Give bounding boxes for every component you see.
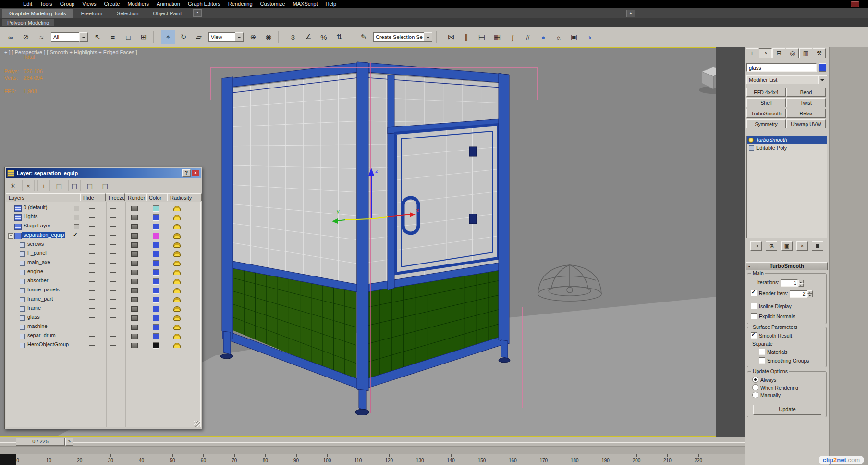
freeze-toggle[interactable] [110, 281, 116, 282]
radiosity-icon[interactable] [173, 215, 181, 220]
rollout-collapse-icon[interactable] [748, 263, 750, 270]
render-production-icon[interactable]: ◑ [582, 30, 597, 44]
render-toggle-icon[interactable] [131, 306, 138, 312]
stack-item-turbosmooth[interactable]: TurboSmooth [747, 136, 827, 144]
ribbon-minimize-icon[interactable]: ▴ [626, 10, 635, 17]
freeze-toggle[interactable] [110, 263, 116, 264]
render-toggle-icon[interactable] [131, 270, 138, 275]
column-header-radiosity[interactable]: Radiosity [167, 193, 202, 201]
render-toggle-icon[interactable] [131, 251, 138, 257]
make-unique-icon[interactable]: ▣ [781, 241, 793, 251]
render-iters-checkbox[interactable] [751, 290, 757, 296]
object-name[interactable]: main_axe [26, 259, 52, 265]
ribbon-tab-freeform[interactable]: Freeform [74, 9, 109, 18]
menu-group[interactable]: Group [56, 0, 79, 8]
graphite-ribbon-toggle-icon[interactable]: ▦ [490, 30, 504, 44]
freeze-toggle[interactable] [110, 217, 116, 218]
column-header-color[interactable]: Color [146, 193, 167, 201]
radiosity-icon[interactable] [173, 224, 181, 229]
object-name[interactable]: machine [26, 323, 49, 329]
add-selected-to-layer-icon[interactable]: + [37, 180, 50, 191]
hide-toggle[interactable] [89, 317, 95, 318]
render-toggle-icon[interactable] [131, 279, 138, 284]
editable-poly-icon[interactable] [749, 145, 754, 151]
radiosity-icon[interactable] [173, 334, 181, 339]
align-icon[interactable]: ∥ [459, 30, 474, 44]
ribbon-tab-selection[interactable]: Selection [110, 9, 145, 18]
layer-color-swatch[interactable] [153, 306, 159, 312]
infocenter-icon[interactable] [851, 1, 859, 7]
select-objects-in-layer-icon[interactable]: ▤ [53, 180, 65, 191]
time-slider-track[interactable] [0, 441, 745, 443]
layer-color-swatch[interactable] [153, 269, 159, 276]
ffd-4x4x4-button[interactable]: FFD 4x4x4 [746, 88, 786, 97]
layer-color-swatch[interactable] [153, 251, 159, 257]
chevron-down-icon[interactable] [235, 32, 244, 42]
set-current-layer-icon[interactable]: ▤ [68, 180, 81, 191]
chevron-down-icon[interactable] [818, 75, 827, 84]
update-button[interactable]: Update [753, 405, 821, 415]
utilities-tab[interactable]: ⚒ [813, 48, 826, 58]
hierarchy-tab[interactable]: ⊟ [772, 48, 785, 58]
layer-color-swatch[interactable] [153, 205, 159, 212]
current-layer-box[interactable] [74, 224, 79, 229]
hide-toggle[interactable] [89, 244, 95, 245]
hide-toggle[interactable] [89, 253, 95, 254]
named-selection-sets-dropdown[interactable]: Create Selection Se [373, 32, 432, 42]
hide-toggle[interactable] [89, 281, 95, 282]
render-toggle-icon[interactable] [131, 297, 138, 302]
layer-name[interactable]: StageLayer [22, 223, 52, 228]
render-toggle-icon[interactable] [131, 242, 138, 248]
hide-toggle[interactable] [89, 226, 95, 227]
object-name[interactable]: frame_panels [26, 287, 61, 292]
timeline-ruler[interactable]: 0102030405060708090100110120130140150160… [0, 454, 745, 465]
show-end-result-icon[interactable]: ⚗ [766, 241, 777, 251]
radiosity-icon[interactable] [173, 315, 181, 321]
polygon-modeling-tab[interactable]: Polygon Modeling [2, 19, 54, 26]
column-header-freeze[interactable]: Freeze [106, 193, 125, 201]
layer-name[interactable]: 0 (default) [22, 204, 49, 210]
render-iters-spinner[interactable] [807, 290, 813, 297]
dialog-title-bar[interactable]: Layer: separation_equip ? × [6, 168, 201, 178]
layer-color-swatch[interactable] [153, 278, 159, 285]
hide-toggle[interactable] [89, 290, 95, 291]
radiosity-icon[interactable] [173, 242, 181, 248]
hide-toggle[interactable] [89, 263, 95, 264]
collapse-icon[interactable]: − [8, 233, 13, 239]
selection-region-icon[interactable]: □ [121, 30, 135, 44]
next-frame-button[interactable]: > [65, 438, 73, 446]
column-header-layers[interactable]: Layers [6, 193, 80, 201]
iterations-spinner[interactable] [798, 280, 804, 287]
radiosity-icon[interactable] [173, 279, 181, 284]
render-toggle-icon[interactable] [131, 334, 138, 339]
object-name[interactable]: glass [26, 314, 41, 320]
menu-modifiers[interactable]: Modifiers [123, 0, 153, 8]
select-by-name-icon[interactable]: ≡ [106, 30, 120, 44]
freeze-toggle[interactable] [110, 226, 116, 227]
menu-graph-editors[interactable]: Graph Editors [184, 0, 224, 8]
menu-rendering[interactable]: Rendering [224, 0, 257, 8]
object-name[interactable]: F_panel [26, 250, 48, 256]
modify-tab[interactable]: ◔ [759, 48, 772, 58]
freeze-toggle[interactable] [110, 244, 116, 245]
radiosity-icon[interactable] [173, 270, 181, 275]
chevron-down-icon[interactable] [424, 32, 432, 42]
layer-color-swatch[interactable] [153, 288, 159, 294]
motion-tab[interactable]: ◎ [786, 48, 799, 58]
object-name[interactable]: screws [26, 241, 45, 247]
render-toggle-icon[interactable] [131, 233, 138, 239]
percent-snap-icon[interactable]: % [317, 30, 331, 44]
hide-toggle[interactable] [89, 336, 95, 337]
freeze-toggle[interactable] [110, 336, 116, 337]
new-layer-icon[interactable]: ✳ [7, 180, 19, 191]
layer-name[interactable]: Lights [22, 214, 39, 219]
materials-checkbox[interactable] [759, 349, 765, 355]
ribbon-tab-graphite-modeling-tools[interactable]: Graphite Modeling Tools [2, 9, 73, 18]
hide-toggle[interactable] [89, 217, 95, 218]
render-toggle-icon[interactable] [131, 288, 138, 293]
hide-toggle[interactable] [89, 235, 95, 236]
object-name[interactable]: HeroObjectGroup [26, 341, 70, 347]
object-name[interactable]: separ_drum [26, 332, 57, 338]
radiosity-icon[interactable] [173, 261, 181, 266]
curve-editor-icon[interactable]: ∫ [505, 30, 520, 44]
